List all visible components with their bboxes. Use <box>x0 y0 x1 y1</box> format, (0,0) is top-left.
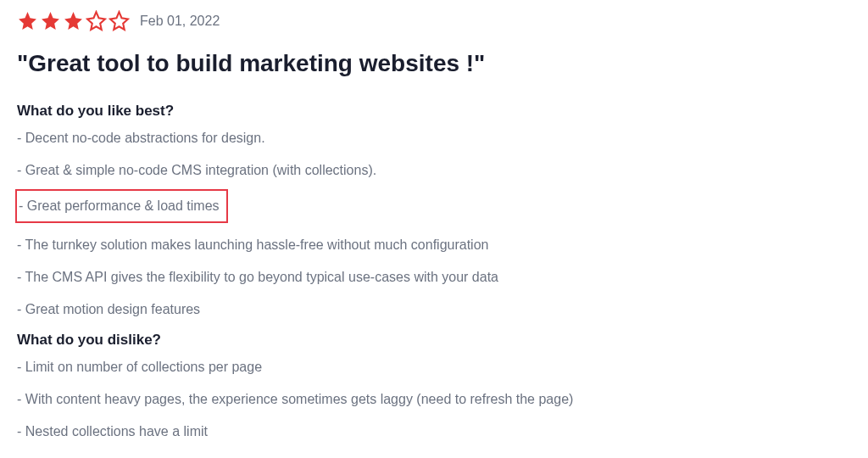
list-item: - Great & simple no-code CMS integration… <box>17 160 797 181</box>
highlighted-item: - Great performance & load times <box>15 189 228 223</box>
review-date: Feb 01, 2022 <box>140 14 220 29</box>
list-item: - Great performance & load times <box>19 196 220 216</box>
like-heading: What do you like best? <box>17 103 797 120</box>
review-title: "Great tool to build marketing websites … <box>17 50 797 77</box>
list-item: - With content heavy pages, the experien… <box>17 389 797 410</box>
review-container: Feb 01, 2022 "Great tool to build market… <box>17 10 797 442</box>
review-header: Feb 01, 2022 <box>17 10 797 31</box>
dislike-section: What do you dislike? - Limit on number o… <box>17 332 797 442</box>
dislike-heading: What do you dislike? <box>17 332 797 349</box>
star-icon <box>17 10 38 31</box>
list-item: - Nested collections have a limit <box>17 422 797 442</box>
list-item: - Decent no-code abstractions for design… <box>17 128 797 148</box>
star-icon <box>63 10 84 31</box>
like-section: What do you like best? - Decent no-code … <box>17 103 797 320</box>
list-item: - The CMS API gives the flexibility to g… <box>17 267 797 288</box>
star-rating <box>17 10 130 31</box>
star-empty-icon <box>108 10 130 31</box>
list-item: - Limit on number of collections per pag… <box>17 357 797 377</box>
list-item: - The turnkey solution makes launching h… <box>17 235 797 255</box>
list-item: - Great motion design features <box>17 299 797 320</box>
star-empty-icon <box>86 10 107 31</box>
star-icon <box>40 10 61 31</box>
